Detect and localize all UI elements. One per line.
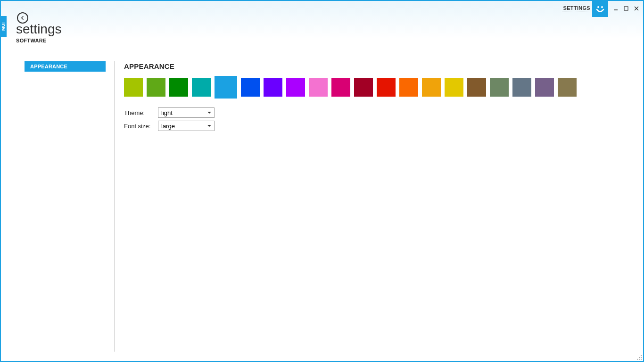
color-swatch[interactable] [422, 78, 441, 97]
color-swatch[interactable] [467, 78, 486, 97]
color-swatch[interactable] [192, 78, 211, 97]
main-panel: APPEARANCE Theme: light Font size: large [124, 61, 634, 352]
color-swatch[interactable] [354, 78, 373, 97]
mui-side-tab[interactable]: MUI [0, 16, 7, 37]
svg-point-1 [601, 6, 603, 8]
theme-value: light [161, 109, 173, 116]
svg-point-10 [639, 359, 640, 360]
svg-point-11 [641, 359, 642, 360]
minimize-button[interactable] [612, 5, 619, 12]
color-swatch[interactable] [377, 78, 396, 97]
color-swatch[interactable] [535, 78, 554, 97]
fontsize-combobox[interactable]: large [158, 121, 215, 131]
maximize-icon [624, 6, 628, 11]
svg-point-7 [639, 357, 640, 358]
color-swatch[interactable] [558, 78, 577, 97]
page-subtitle: SOFTWARE [16, 38, 47, 43]
maximize-button[interactable] [622, 5, 630, 12]
header-gradient [1, 1, 643, 39]
chevron-down-icon [207, 112, 211, 114]
color-swatch[interactable] [215, 76, 237, 99]
color-swatch[interactable] [286, 78, 305, 97]
color-swatch[interactable] [331, 78, 350, 97]
fontsize-label: Font size: [124, 123, 158, 130]
content-area: APPEARANCE APPEARANCE Theme: light Font … [25, 61, 634, 352]
svg-point-6 [641, 355, 642, 356]
svg-rect-3 [624, 7, 628, 10]
color-swatch[interactable] [445, 78, 463, 97]
theme-combobox[interactable]: light [158, 107, 215, 118]
color-swatch[interactable] [169, 78, 188, 97]
close-button[interactable] [633, 5, 640, 12]
close-icon [634, 6, 639, 11]
section-title: APPEARANCE [124, 62, 634, 70]
window-controls [612, 5, 640, 12]
chevron-down-icon [207, 125, 211, 127]
svg-point-0 [597, 6, 599, 8]
sidebar-item-appearance[interactable]: APPEARANCE [25, 61, 106, 72]
logo-tile[interactable] [592, 1, 608, 17]
vertical-divider [114, 61, 115, 352]
fontsize-row: Font size: large [124, 120, 634, 132]
minimize-icon [613, 6, 618, 11]
resize-grip-icon[interactable] [636, 354, 642, 360]
color-swatch[interactable] [512, 78, 531, 97]
theme-label: Theme: [124, 109, 158, 116]
top-nav-settings[interactable]: SETTINGS [562, 5, 591, 11]
arrow-left-icon [20, 15, 25, 21]
svg-point-9 [637, 359, 638, 360]
color-swatch[interactable] [147, 78, 165, 97]
svg-point-8 [641, 357, 642, 358]
app-window: MUI settings SOFTWARE SETTINGS APPE [0, 0, 644, 362]
theme-row: Theme: light [124, 107, 634, 118]
fontsize-value: large [161, 123, 175, 130]
color-swatch-row [124, 78, 634, 97]
sidebar: APPEARANCE [25, 61, 106, 352]
color-swatch[interactable] [490, 78, 509, 97]
color-swatch[interactable] [241, 78, 260, 97]
page-title: settings [16, 22, 62, 37]
color-swatch[interactable] [124, 78, 143, 97]
color-swatch[interactable] [309, 78, 328, 97]
smiley-icon [594, 3, 606, 15]
color-swatch[interactable] [399, 78, 418, 97]
color-swatch[interactable] [264, 78, 282, 97]
